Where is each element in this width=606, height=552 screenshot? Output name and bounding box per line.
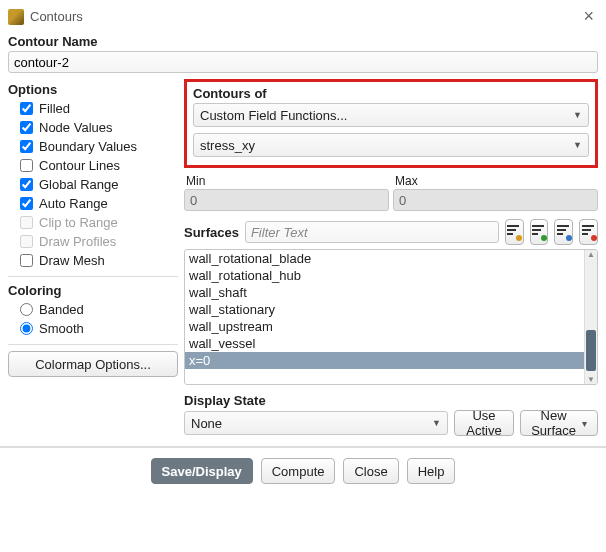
list-item[interactable]: wall_rotational_blade xyxy=(185,250,584,267)
option-clip-to-range: Clip to Range xyxy=(8,213,178,232)
filter-clear-icon xyxy=(582,225,596,239)
compute-button[interactable]: Compute xyxy=(261,458,336,484)
contours-of-secondary-select[interactable]: stress_xy ▼ xyxy=(193,133,589,157)
contours-of-secondary-value: stress_xy xyxy=(200,138,255,153)
close-button[interactable]: Close xyxy=(343,458,398,484)
filter-check-icon xyxy=(532,225,546,239)
coloring-radio[interactable] xyxy=(20,322,33,335)
chevron-down-icon: ▼ xyxy=(432,418,441,428)
display-state-value: None xyxy=(191,416,222,431)
options-header: Options xyxy=(8,82,178,97)
option-label: Clip to Range xyxy=(39,215,118,230)
option-checkbox[interactable] xyxy=(20,159,33,172)
deselect-all-button[interactable] xyxy=(579,219,598,245)
option-label: Filled xyxy=(39,101,70,116)
scroll-up-icon[interactable]: ▲ xyxy=(585,250,597,259)
option-checkbox[interactable] xyxy=(20,254,33,267)
option-label: Draw Profiles xyxy=(39,234,116,249)
max-input xyxy=(393,189,598,211)
coloring-radio[interactable] xyxy=(20,303,33,316)
contour-name-input[interactable] xyxy=(8,51,598,73)
new-surface-button[interactable]: New Surface ▾ xyxy=(520,410,598,436)
select-all-button[interactable] xyxy=(530,219,549,245)
contour-name-label: Contour Name xyxy=(8,34,598,49)
option-checkbox xyxy=(20,235,33,248)
option-draw-profiles: Draw Profiles xyxy=(8,232,178,251)
surfaces-filter-input[interactable] xyxy=(245,221,499,243)
new-surface-label: New Surface xyxy=(531,408,576,438)
option-auto-range[interactable]: Auto Range xyxy=(8,194,178,213)
window-title: Contours xyxy=(30,9,579,24)
chevron-down-icon: ▼ xyxy=(573,140,582,150)
surfaces-scrollbar[interactable]: ▲ ▼ xyxy=(584,250,597,384)
help-button[interactable]: Help xyxy=(407,458,456,484)
display-state-header: Display State xyxy=(184,393,598,408)
coloring-label: Banded xyxy=(39,302,84,317)
option-contour-lines[interactable]: Contour Lines xyxy=(8,156,178,175)
option-filled[interactable]: Filled xyxy=(8,99,178,118)
surfaces-label: Surfaces xyxy=(184,225,239,240)
option-node-values[interactable]: Node Values xyxy=(8,118,178,137)
scrollbar-thumb[interactable] xyxy=(586,330,596,370)
filter-invert-icon xyxy=(557,225,571,239)
save-display-button[interactable]: Save/Display xyxy=(151,458,253,484)
list-item[interactable]: wall_shaft xyxy=(185,284,584,301)
min-input xyxy=(184,189,389,211)
option-label: Contour Lines xyxy=(39,158,120,173)
option-checkbox[interactable] xyxy=(20,102,33,115)
contours-of-highlight: Contours of Custom Field Functions... ▼ … xyxy=(184,79,598,168)
coloring-smooth[interactable]: Smooth xyxy=(8,319,178,338)
option-checkbox xyxy=(20,216,33,229)
option-label: Draw Mesh xyxy=(39,253,105,268)
option-boundary-values[interactable]: Boundary Values xyxy=(8,137,178,156)
contours-of-primary-select[interactable]: Custom Field Functions... ▼ xyxy=(193,103,589,127)
option-label: Global Range xyxy=(39,177,119,192)
invert-selection-button[interactable] xyxy=(554,219,573,245)
option-label: Boundary Values xyxy=(39,139,137,154)
list-item[interactable]: wall_rotational_hub xyxy=(185,267,584,284)
option-checkbox[interactable] xyxy=(20,140,33,153)
filter-toggle-button[interactable] xyxy=(505,219,524,245)
list-item[interactable]: wall_stationary xyxy=(185,301,584,318)
option-checkbox[interactable] xyxy=(20,197,33,210)
use-active-button[interactable]: Use Active xyxy=(454,410,514,436)
colormap-options-button[interactable]: Colormap Options... xyxy=(8,351,178,377)
filter-search-icon xyxy=(507,225,521,239)
option-label: Node Values xyxy=(39,120,112,135)
chevron-down-icon: ▾ xyxy=(582,418,587,429)
option-draw-mesh[interactable]: Draw Mesh xyxy=(8,251,178,270)
max-label: Max xyxy=(395,174,598,188)
display-state-select[interactable]: None ▼ xyxy=(184,411,448,435)
option-checkbox[interactable] xyxy=(20,178,33,191)
close-icon[interactable]: × xyxy=(579,6,598,27)
list-item[interactable]: x=0 xyxy=(185,352,584,369)
coloring-banded[interactable]: Banded xyxy=(8,300,178,319)
list-item[interactable]: wall_vessel xyxy=(185,335,584,352)
surfaces-listbox[interactable]: wall_rotational_bladewall_rotational_hub… xyxy=(184,249,598,385)
contours-of-primary-value: Custom Field Functions... xyxy=(200,108,347,123)
list-item[interactable]: wall_upstream xyxy=(185,318,584,335)
coloring-header: Coloring xyxy=(8,283,178,298)
contours-of-header: Contours of xyxy=(193,86,589,101)
scroll-down-icon[interactable]: ▼ xyxy=(585,375,597,384)
option-checkbox[interactable] xyxy=(20,121,33,134)
option-global-range[interactable]: Global Range xyxy=(8,175,178,194)
chevron-down-icon: ▼ xyxy=(573,110,582,120)
coloring-label: Smooth xyxy=(39,321,84,336)
option-label: Auto Range xyxy=(39,196,108,211)
app-icon xyxy=(8,9,24,25)
min-label: Min xyxy=(186,174,389,188)
